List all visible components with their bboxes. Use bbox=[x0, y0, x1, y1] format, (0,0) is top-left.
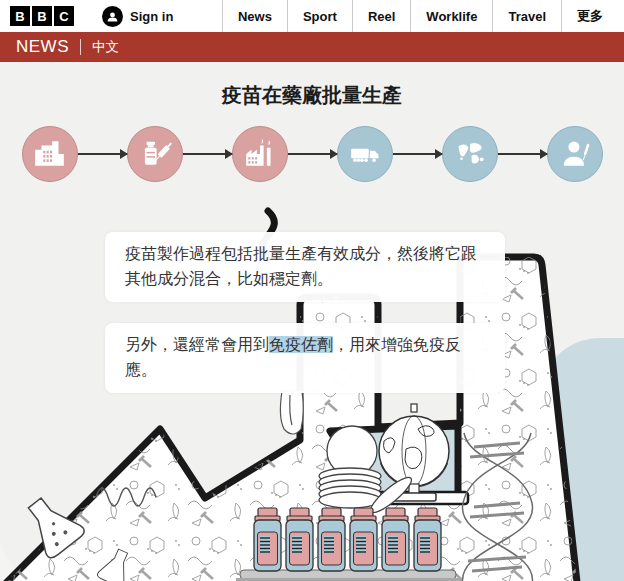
nav-item-more[interactable]: 更多 bbox=[561, 0, 618, 32]
world-map-icon bbox=[442, 126, 498, 182]
news-brand-link[interactable]: NEWS bbox=[16, 37, 69, 57]
divider bbox=[80, 39, 81, 55]
caption-box-1: 疫苗製作過程包括批量生產有效成分，然後將它跟其他成分混合，比如穩定劑。 bbox=[105, 232, 505, 302]
bbc-logo-block: B bbox=[10, 6, 30, 26]
arrow-icon bbox=[183, 153, 232, 155]
arrow-icon bbox=[498, 153, 547, 155]
sign-in-button[interactable]: Sign in bbox=[102, 0, 173, 32]
caption-text-1: 疫苗製作過程包括批量生產有效成分，然後將它跟其他成分混合，比如穩定劑。 bbox=[125, 245, 477, 287]
adjuvant-term-link[interactable]: 免疫佐劑 bbox=[269, 336, 333, 353]
nav-item-sport[interactable]: Sport bbox=[287, 0, 352, 32]
page-title: 疫苗在藥廠批量生產 bbox=[0, 62, 624, 105]
bbc-logo[interactable]: B B C bbox=[0, 0, 74, 32]
arrow-icon bbox=[393, 153, 442, 155]
vaccine-process-infographic bbox=[0, 126, 624, 182]
nav-item-reel[interactable]: Reel bbox=[352, 0, 410, 32]
caption-box-2: 另外，還經常會用到免疫佐劑，用來增強免疫反應。 bbox=[105, 323, 505, 393]
nav-item-news[interactable]: News bbox=[222, 0, 287, 32]
nav-item-travel[interactable]: Travel bbox=[492, 0, 561, 32]
sign-in-label: Sign in bbox=[130, 9, 173, 24]
towel bbox=[280, 391, 303, 434]
truck-icon bbox=[337, 126, 393, 182]
top-navigation-bar: B B C Sign in News Sport Reel Worklife T… bbox=[0, 0, 624, 32]
arrow-icon bbox=[78, 153, 127, 155]
person-vaccination-icon bbox=[547, 126, 603, 182]
article-body: 疫苗在藥廠批量生產 bbox=[0, 62, 624, 581]
bbc-logo-block: B bbox=[32, 6, 52, 26]
news-section-bar: NEWS 中文 bbox=[0, 32, 624, 62]
account-icon bbox=[102, 6, 123, 27]
primary-nav: News Sport Reel Worklife Travel 更多 bbox=[222, 0, 618, 32]
bbc-logo-block: C bbox=[54, 6, 74, 26]
nav-item-worklife[interactable]: Worklife bbox=[410, 0, 492, 32]
vaccine-vial-syringe-icon bbox=[127, 126, 183, 182]
factory-icon bbox=[232, 126, 288, 182]
arrow-icon bbox=[288, 153, 337, 155]
caption-text-2-pre: 另外，還經常會用到 bbox=[125, 336, 269, 353]
chinese-section-link[interactable]: 中文 bbox=[92, 38, 119, 56]
laboratory-icon bbox=[22, 126, 78, 182]
